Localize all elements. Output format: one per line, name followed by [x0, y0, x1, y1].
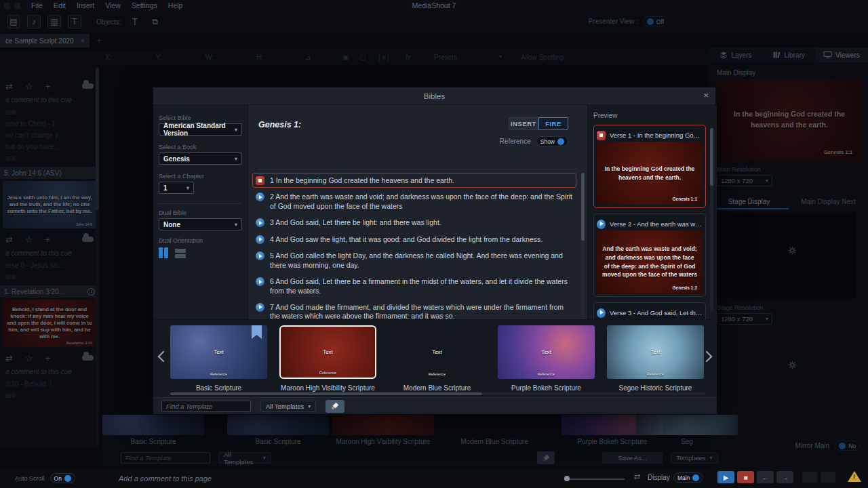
play-icon[interactable]: [256, 235, 264, 244]
fire-button[interactable]: FIRE: [538, 117, 568, 130]
audio-cue-icon[interactable]: ♪: [27, 15, 41, 28]
dual-bible-dropdown[interactable]: None▾: [159, 218, 242, 230]
add-icon[interactable]: +: [45, 353, 51, 363]
lyric-cue-icon[interactable]: T: [68, 15, 81, 28]
warning-triangle-icon[interactable]: [848, 471, 861, 482]
cue-list-item[interactable]: ank: [0, 390, 99, 401]
template-item[interactable]: TextReferenceMaroon High Visibility Scri…: [279, 325, 376, 392]
cue-comment-placeholder[interactable]: a comment to this cue: [0, 248, 99, 260]
play-icon[interactable]: [256, 218, 264, 227]
close-tab-icon[interactable]: ×: [81, 37, 85, 45]
lock-icon[interactable]: | x |: [378, 54, 389, 61]
cue-thumbnail[interactable]: Jesus saith unto him, I am the way, and …: [3, 181, 96, 228]
cue-header[interactable]: 1. Revelation 3:20...: [0, 285, 99, 298]
cue-list-item[interactable]: ank: [0, 271, 99, 283]
menu-item-help[interactable]: Help: [168, 1, 183, 9]
find-template-input[interactable]: [161, 401, 251, 412]
reference-show-toggle[interactable]: Show: [536, 136, 568, 146]
loop-icon[interactable]: ⇄: [5, 353, 13, 363]
menu-item-file[interactable]: File: [31, 1, 43, 9]
loop-icon[interactable]: ⇄: [5, 81, 13, 92]
presets-dropdown[interactable]: Presets: [434, 54, 457, 61]
cue-list-item[interactable]: ank: [0, 152, 99, 164]
main-display-settings-gear-icon[interactable]: [788, 246, 797, 255]
save-as-button[interactable]: Save As...: [602, 452, 663, 464]
verse-row[interactable]: 4 And God saw the light, that it was goo…: [252, 232, 576, 247]
monitor-icon[interactable]: [802, 472, 817, 483]
template-strip-scrollbar[interactable]: [170, 392, 706, 395]
cue-comment-placeholder[interactable]: a comment to this cue: [0, 95, 99, 106]
page-comment-placeholder[interactable]: Add a comment to this page: [119, 474, 212, 483]
window-control-icon[interactable]: [14, 3, 20, 9]
mirror-main-toggle[interactable]: No: [835, 441, 860, 451]
close-icon[interactable]: ×: [703, 90, 709, 100]
main-resolution-dropdown[interactable]: 868 x 488▾: [717, 175, 772, 186]
background-all-templates-dropdown[interactable]: All Templates▾: [218, 452, 271, 464]
presenter-view-toggle[interactable]: Off: [643, 16, 668, 26]
add-icon[interactable]: +: [45, 235, 51, 245]
preview-card[interactable]: Verse 1 - In the beginning God created..…: [593, 125, 706, 208]
preview-scrollbar[interactable]: [710, 128, 713, 312]
tab-stage-display[interactable]: Stage Display: [709, 196, 789, 209]
loop-icon[interactable]: ⇄: [5, 235, 13, 245]
preview-card[interactable]: Verse 3 - And God said, Let there be...: [593, 302, 706, 319]
verse-row[interactable]: 3 And God said, Let there be light: and …: [252, 215, 576, 230]
sidebar-scrollbar[interactable]: [96, 68, 99, 445]
bible-version-dropdown[interactable]: American Standard Version▾: [159, 123, 242, 136]
display-main-toggle[interactable]: Main: [673, 472, 703, 483]
new-tab-icon[interactable]: +: [96, 36, 101, 45]
play-icon[interactable]: [597, 220, 606, 229]
verse-row[interactable]: 5 And God called the light Day, and the …: [252, 248, 576, 272]
vertical-split-icon[interactable]: [159, 247, 168, 258]
tab-main-display-next[interactable]: Main Display Next: [789, 196, 868, 209]
layer-down-icon[interactable]: ▢: [359, 54, 366, 61]
stage-resolution-dropdown[interactable]: 868 x 488▾: [717, 313, 772, 325]
cue-header[interactable]: 5. John 14:6 (ASV): [0, 167, 99, 179]
star-icon[interactable]: ☆: [25, 235, 33, 245]
template-item[interactable]: TextReferenceSegoe Historic Scripture: [607, 325, 704, 392]
insert-button[interactable]: INSERT: [509, 117, 538, 130]
verse-row[interactable]: 2 And the earth was waste and void; and …: [252, 189, 576, 214]
background-find-template-input[interactable]: [121, 452, 210, 464]
volume-slider[interactable]: [566, 479, 625, 480]
add-icon[interactable]: +: [45, 81, 51, 92]
cue-comment-placeholder[interactable]: a comment to this cue: [0, 367, 99, 378]
menu-item-view[interactable]: View: [105, 1, 121, 9]
star-icon[interactable]: ☆: [25, 353, 33, 363]
cue-list-item[interactable]: erse 0 - Jesus sai...: [0, 260, 99, 271]
bible-cue-icon[interactable]: ▥: [47, 15, 61, 28]
forward-button[interactable]: →: [776, 471, 793, 483]
template-item[interactable]: TextReferenceModern Blue Scripture: [389, 325, 486, 392]
carousel-left-arrow-icon[interactable]: [158, 351, 170, 363]
background-design-brush-button[interactable]: [537, 451, 555, 464]
script-tab[interactable]: ce Sample Script 2020 ×: [0, 34, 90, 47]
star-icon[interactable]: ☆: [25, 81, 33, 92]
tab-library[interactable]: Library: [762, 47, 815, 62]
cue-list-item[interactable]: 3:20 - Behold, I...: [0, 378, 99, 390]
layer-up-icon[interactable]: ▣: [342, 54, 349, 61]
volume-slider-thumb[interactable]: [564, 476, 570, 481]
window-control-icon[interactable]: [4, 3, 10, 9]
record-icon[interactable]: [821, 472, 835, 483]
book-dropdown[interactable]: Genesis▾: [159, 152, 242, 165]
cue-thumbnail[interactable]: Behold, I stand at the door and knock: i…: [3, 300, 96, 347]
stop-icon[interactable]: [256, 176, 264, 185]
cue-list-item[interactable]: hat do you have...: [0, 141, 99, 152]
chapter-dropdown[interactable]: 1▾: [159, 182, 194, 194]
loop-icon[interactable]: ⇄: [634, 472, 641, 481]
stage-display-settings-gear-icon[interactable]: [788, 361, 797, 369]
templates-dropdown[interactable]: Templates▾: [671, 452, 717, 464]
play-icon[interactable]: [256, 251, 264, 260]
cue-list-item[interactable]: ome to Christ - 1: [0, 118, 99, 129]
new-page-icon[interactable]: ▤: [7, 15, 20, 28]
stop-icon[interactable]: [597, 131, 606, 140]
horizontal-split-icon[interactable]: [175, 249, 186, 258]
all-templates-dropdown[interactable]: All Templates▾: [260, 401, 316, 412]
play-button[interactable]: ▶: [717, 471, 734, 483]
play-icon[interactable]: [256, 192, 264, 201]
design-brush-button[interactable]: [326, 400, 344, 413]
template-item[interactable]: TextReferencePurple Bokeh Scripture: [498, 325, 595, 392]
tab-viewers[interactable]: Viewers: [815, 47, 868, 62]
cloud-icon[interactable]: [82, 237, 94, 242]
stop-button[interactable]: ■: [737, 471, 754, 483]
